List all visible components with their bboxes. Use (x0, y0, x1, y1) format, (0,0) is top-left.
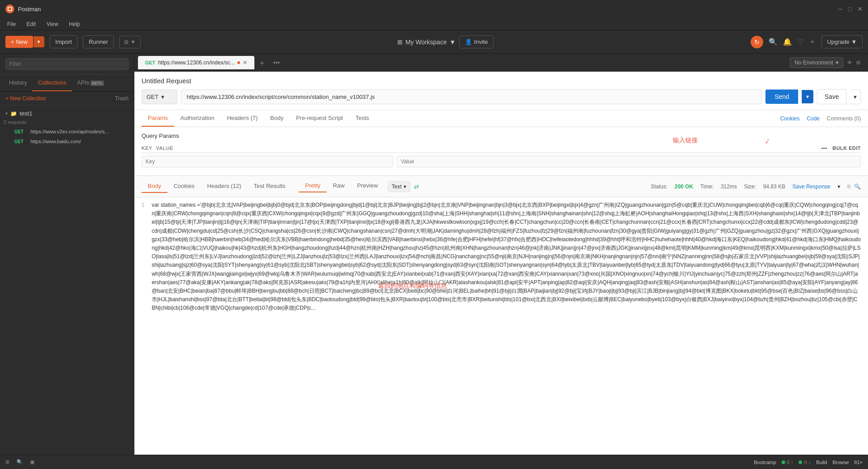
response-tab-cookies[interactable]: Cookies (168, 180, 201, 193)
list-item[interactable]: GET https://www.baidu.com/ (0, 136, 134, 146)
sidebar-search-area (0, 54, 134, 75)
new-collection-button[interactable]: + New Collection (5, 95, 46, 102)
bulk-edit-more-icon[interactable]: ••• (821, 145, 827, 151)
beta-badge: BETA (90, 81, 104, 86)
notification-icon[interactable]: 🔔 (783, 38, 792, 46)
tab-tests[interactable]: Tests (349, 110, 375, 127)
send-dropdown-button[interactable]: ▾ (802, 90, 813, 103)
sidebar-content: ▾ 📁 test1 2 requests GET https://www.v2e… (0, 106, 134, 455)
format-tab-preview[interactable]: Preview (351, 179, 384, 192)
sidebar-tabs: History Collections APIsBETA (0, 75, 134, 92)
format-tab-pretty[interactable]: Pretty (299, 179, 327, 192)
new-button[interactable]: + New (5, 36, 33, 48)
import-button[interactable]: Import (50, 35, 78, 48)
url-input[interactable] (181, 90, 762, 104)
tab-body[interactable]: Body (264, 110, 290, 127)
bootcamp-btn[interactable]: Bootcamp (754, 460, 776, 465)
plus-toolbar-icon[interactable]: ＋ (809, 37, 816, 47)
unsaved-dot (237, 61, 240, 64)
value-input[interactable] (397, 156, 861, 167)
method-select[interactable]: GET ▾ (142, 90, 177, 104)
list-item[interactable]: GET https://www.v2ex.com/api/nodes/s... (0, 127, 134, 136)
tab-collections[interactable]: Collections (32, 75, 72, 91)
response-area: Body Cookies Headers (12) Test Results P… (134, 175, 868, 455)
wrap-icon[interactable]: ⇄ (414, 183, 419, 190)
copy-response-icon[interactable]: ⎘ (847, 183, 851, 190)
tab-headers[interactable]: Headers (7) (221, 110, 264, 127)
tab-pre-request[interactable]: Pre-request Script (290, 110, 349, 127)
more-tabs-button[interactable]: ••• (270, 59, 284, 66)
collection-test1[interactable]: ▾ 📁 test1 (0, 107, 134, 119)
save-response-button[interactable]: Save Response (792, 183, 830, 190)
invite-button[interactable]: 👤 Invite (459, 35, 494, 48)
format-type-select[interactable]: Text ▾ (388, 181, 410, 192)
menu-file[interactable]: File (5, 20, 17, 28)
search-status-icon[interactable]: 🔍 (17, 459, 23, 465)
response-content[interactable]: 1 var station_names ='@bjb|北京北|VAP|beiji… (134, 197, 868, 455)
search-response-icon[interactable]: 🔍 (854, 183, 861, 190)
environment-select[interactable]: No Environment ▾ (790, 57, 843, 68)
code-link[interactable]: Code (807, 115, 820, 122)
save-response-dropdown-icon[interactable]: ▾ (838, 183, 840, 190)
settings-icon[interactable]: ⚙ (856, 60, 861, 66)
environment-label: No Environment (795, 60, 833, 66)
chevron-down-icon: ▾ (5, 111, 8, 116)
key-input[interactable] (142, 156, 393, 167)
time-label: Time: (700, 183, 714, 190)
search-toolbar-icon[interactable]: 🔍 (769, 38, 778, 46)
sidebar-toggle-icon[interactable]: ⊞ (5, 459, 9, 465)
env-dropdown-icon: ▾ (836, 60, 838, 66)
upload-status: 0 ↑ (787, 460, 794, 465)
tab-authorization[interactable]: Authorization (174, 110, 221, 127)
menu-view[interactable]: View (45, 20, 60, 28)
layout-btn[interactable]: ⊞ ▼ (119, 36, 141, 48)
response-code: var station_names ='@bjb|北京北|VAP|beijing… (152, 201, 861, 312)
response-tab-test-results[interactable]: Test Results (247, 180, 292, 193)
status-value: 200 OK (675, 183, 693, 190)
tab-close-icon[interactable]: ✕ (243, 60, 247, 66)
save-dropdown-button[interactable]: ▾ (850, 90, 861, 104)
menu-edit[interactable]: Edit (25, 20, 38, 28)
comments-link[interactable]: Comments (0) (827, 115, 861, 122)
tab-apis[interactable]: APIsBETA (72, 75, 109, 91)
save-button[interactable]: Save (817, 89, 847, 104)
tab-title: https://www.12306.cn/index/sc... (158, 60, 235, 66)
build-btn[interactable]: Build (816, 460, 827, 465)
size-label: Size: (744, 183, 756, 190)
maximize-btn[interactable]: □ (848, 5, 852, 13)
send-button[interactable]: Send (765, 90, 798, 104)
request-tab-active[interactable]: GET https://www.12306.cn/index/sc... ✕ (138, 56, 254, 69)
heart-icon[interactable]: ♡ (797, 38, 804, 46)
runner-button[interactable]: Runner (83, 35, 114, 48)
window-controls[interactable]: ─ □ ✕ (838, 5, 863, 13)
cookies-link[interactable]: Cookies (780, 115, 799, 122)
tab-params[interactable]: Params (142, 110, 174, 127)
close-btn[interactable]: ✕ (857, 5, 863, 13)
workspace-button[interactable]: ⊞ My Workspace ▼ (397, 38, 455, 46)
response-tab-headers[interactable]: Headers (12) (201, 180, 248, 193)
method-dropdown-icon: ▾ (161, 94, 164, 100)
console-icon[interactable]: ▣ (30, 459, 34, 465)
menubar: File Edit View Help (0, 18, 868, 30)
layout-icon: ⊞ (124, 39, 129, 45)
search-input[interactable] (5, 58, 129, 70)
bulk-edit-btn[interactable]: Bulk Edit (833, 145, 861, 151)
menu-help[interactable]: Help (67, 20, 82, 28)
eye-icon[interactable]: 👁 (847, 60, 852, 66)
method-label: GET (146, 94, 159, 100)
layout-dropdown-icon: ▼ (130, 39, 136, 45)
svg-rect-1 (9, 8, 11, 10)
sync-button[interactable]: ↻ (751, 36, 763, 48)
minimize-btn[interactable]: ─ (838, 5, 843, 13)
status-ok-dot2 (799, 460, 802, 464)
trash-button[interactable]: Trash (115, 95, 129, 102)
tab-history[interactable]: History (4, 75, 32, 91)
browse-btn[interactable]: Browse (833, 460, 849, 465)
format-tab-raw[interactable]: Raw (327, 179, 351, 192)
upgrade-dropdown-icon: ▼ (851, 38, 857, 45)
upgrade-button[interactable]: Upgrade ▼ (821, 35, 863, 48)
params-header: KEY VALUE ••• Bulk Edit (142, 144, 861, 153)
add-tab-button[interactable]: ＋ (254, 57, 270, 68)
response-tab-body[interactable]: Body (142, 180, 168, 193)
new-dropdown-btn[interactable]: ▼ (34, 36, 44, 47)
